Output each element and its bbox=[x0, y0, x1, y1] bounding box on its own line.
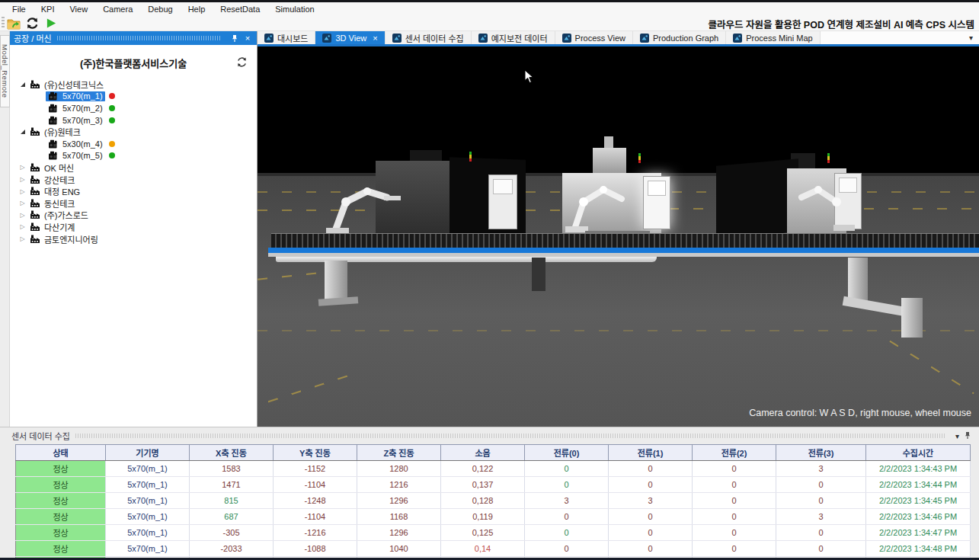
tab[interactable]: 예지보전 데이터 bbox=[472, 31, 555, 45]
cell-noise: 0,122 bbox=[441, 461, 525, 477]
robot-arm bbox=[561, 162, 645, 235]
factory-icon bbox=[30, 234, 41, 244]
column-header[interactable]: 전류(2) bbox=[693, 445, 776, 461]
tab-overflow-chevron-icon[interactable]: ▾ bbox=[969, 34, 973, 42]
tree-root-label: (주)한국플랫폼서비스기술 bbox=[80, 56, 187, 70]
tree-node[interactable]: OK 머신 bbox=[10, 162, 257, 174]
menu-item[interactable]: ResetData bbox=[213, 5, 267, 14]
table-row[interactable]: 정상 5x70(m_1) -2033 -1088 1040 0,14 0 0 0… bbox=[16, 541, 971, 557]
column-header[interactable]: 상태 bbox=[16, 445, 106, 461]
model-remote-side-tab[interactable]: Model_Remote bbox=[0, 35, 10, 107]
close-icon[interactable]: × bbox=[242, 34, 253, 43]
tree-node[interactable]: 다산기계 bbox=[10, 221, 257, 233]
pin-icon[interactable] bbox=[229, 34, 240, 43]
column-header[interactable]: 전류(1) bbox=[609, 445, 693, 461]
cell-status: 정상 bbox=[16, 493, 106, 509]
tab[interactable]: 3D View × bbox=[315, 31, 385, 45]
tree-expander-icon[interactable] bbox=[18, 212, 27, 219]
tree-node[interactable]: (유)신성테크닉스 bbox=[10, 78, 257, 91]
tree-node[interactable]: 금토엔지니어링 bbox=[10, 233, 257, 245]
play-button[interactable] bbox=[44, 16, 59, 30]
tree-expander-icon[interactable] bbox=[18, 130, 27, 134]
cell-x-vibration: -305 bbox=[190, 525, 274, 541]
tree-node[interactable]: 강산테크 bbox=[10, 174, 257, 186]
cell-current-2: 0 bbox=[693, 541, 776, 557]
menu-item[interactable]: View bbox=[62, 5, 95, 14]
tree-expander-icon[interactable] bbox=[18, 176, 27, 183]
table-row[interactable]: 정상 5x70(m_1) 1583 -1152 1280 0,122 0 0 0… bbox=[16, 461, 971, 477]
tree-node[interactable]: (주)가스로드 bbox=[10, 210, 257, 222]
panel-menu-chevron-icon[interactable]: ▾ bbox=[955, 432, 959, 440]
tree-node[interactable]: 5x70(m_5) bbox=[10, 150, 257, 162]
factory-icon bbox=[30, 210, 41, 220]
view-icon bbox=[733, 34, 742, 43]
tree-expander-icon[interactable] bbox=[18, 82, 27, 87]
open-folder-button[interactable] bbox=[6, 16, 21, 30]
tab[interactable]: Process View bbox=[555, 31, 633, 45]
column-header[interactable]: Z축 진동 bbox=[357, 445, 441, 461]
3d-viewport[interactable]: Camera control: W A S D, right mouse, wh… bbox=[258, 46, 979, 427]
view-icon bbox=[322, 34, 331, 43]
table-row[interactable]: 정상 5x70(m_1) 1471 -1104 1216 0,137 0 0 0… bbox=[16, 477, 971, 493]
table-row[interactable]: 정상 5x70(m_1) -305 -1216 1296 0,125 0 0 0… bbox=[16, 525, 971, 541]
column-header[interactable]: 기기명 bbox=[106, 445, 190, 461]
tree-node-inner: (주)가스로드 bbox=[27, 209, 91, 221]
column-header[interactable]: X축 진동 bbox=[190, 445, 274, 461]
tree-expander-icon[interactable] bbox=[18, 235, 27, 242]
menu-item[interactable]: KPI bbox=[34, 5, 62, 14]
machine-tree: (유)신성테크닉스 5x70(m_1) bbox=[10, 78, 257, 245]
tree-node[interactable]: 5x70(m_3) bbox=[10, 114, 257, 126]
menu-item[interactable]: File bbox=[5, 5, 34, 14]
column-header[interactable]: 수집시간 bbox=[866, 445, 971, 461]
menu-item[interactable]: Debug bbox=[140, 5, 180, 14]
tree-node[interactable]: 5x70(m_2) bbox=[10, 102, 257, 114]
column-header[interactable]: Y축 진동 bbox=[274, 445, 357, 461]
tree-node-inner: (유)신성테크닉스 bbox=[27, 78, 106, 91]
cell-machine-name: 5x70(m_1) bbox=[106, 477, 190, 493]
tree-node-label: 다산기계 bbox=[44, 221, 75, 233]
tab[interactable]: 대시보드 bbox=[258, 31, 315, 45]
tree-node[interactable]: 대정 ENG bbox=[10, 185, 257, 197]
machine-icon bbox=[48, 151, 59, 161]
column-header[interactable]: 전류(3) bbox=[776, 445, 866, 461]
tree-node[interactable]: 동신테크 bbox=[10, 197, 257, 210]
cell-current-1: 0 bbox=[609, 461, 693, 477]
tree-expander-icon[interactable] bbox=[18, 200, 27, 206]
conveyor-rollers bbox=[271, 233, 979, 248]
tree-node[interactable]: 5x70(m_1) bbox=[10, 91, 257, 103]
cell-z-vibration: 1168 bbox=[357, 509, 441, 525]
sync-icon[interactable] bbox=[236, 56, 248, 68]
cell-status: 정상 bbox=[16, 509, 106, 525]
table-row[interactable]: 정상 5x70(m_1) 815 -1248 1296 0,128 3 3 0 … bbox=[16, 493, 971, 509]
tab[interactable]: Process Mini Map bbox=[726, 31, 820, 45]
refresh-button[interactable] bbox=[25, 16, 40, 30]
robot-arm bbox=[782, 161, 858, 233]
tree-node-inner: 5x70(m_2) bbox=[46, 103, 105, 113]
menu-bar: FileKPIViewCameraDebugHelpResetDataSimul… bbox=[0, 2, 979, 15]
tree-root-company[interactable]: (주)한국플랫폼서비스기술 bbox=[10, 53, 257, 72]
cell-y-vibration: -1152 bbox=[274, 461, 357, 477]
tree-expander-icon[interactable] bbox=[18, 164, 27, 171]
tree-expander-icon[interactable] bbox=[18, 223, 27, 230]
tab-close-icon[interactable]: × bbox=[373, 34, 377, 43]
tab-label: 대시보드 bbox=[277, 32, 308, 44]
column-header[interactable]: 전류(0) bbox=[525, 445, 609, 461]
tab[interactable]: Production Graph bbox=[633, 31, 726, 45]
cell-status: 정상 bbox=[16, 477, 106, 493]
menu-item[interactable]: Camera bbox=[95, 5, 140, 14]
titlebar-texture bbox=[57, 36, 222, 40]
pin-icon[interactable] bbox=[964, 431, 973, 440]
tree-node-label: 5x70(m_3) bbox=[62, 116, 103, 125]
tree-node[interactable]: 5x30(m_4) bbox=[10, 138, 257, 150]
toolbar-grip[interactable] bbox=[2, 17, 5, 29]
tree-expander-icon[interactable] bbox=[18, 188, 27, 195]
factory-icon bbox=[30, 198, 41, 208]
cell-current-2: 0 bbox=[693, 461, 776, 477]
menu-item[interactable]: Help bbox=[181, 5, 213, 14]
column-header[interactable]: 소음 bbox=[441, 445, 525, 461]
menu-item[interactable]: Simulation bbox=[267, 5, 322, 14]
tab[interactable]: 센서 데이터 수집 bbox=[386, 31, 472, 45]
tree-node[interactable]: (유)원테크 bbox=[10, 126, 257, 138]
cell-machine-name: 5x70(m_1) bbox=[106, 493, 190, 509]
table-row[interactable]: 정상 5x70(m_1) 687 -1104 1168 0,119 0 0 0 … bbox=[16, 509, 971, 525]
